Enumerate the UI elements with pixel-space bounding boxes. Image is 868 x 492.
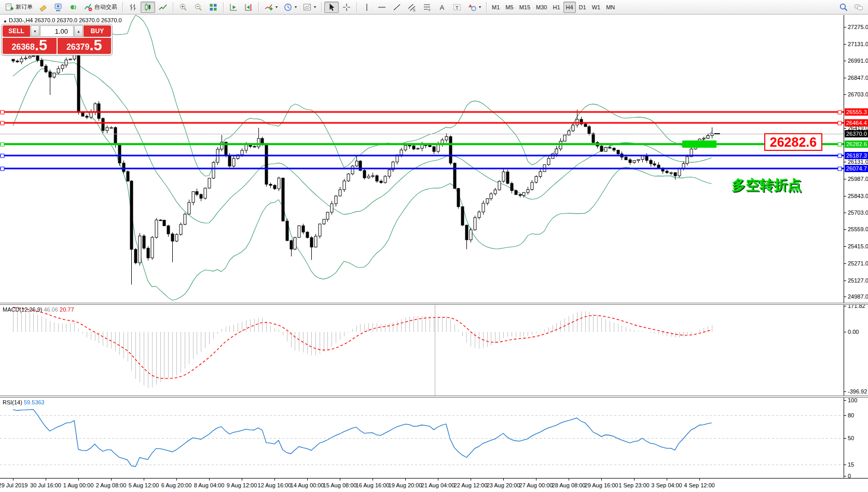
chat-button[interactable] <box>851 2 866 13</box>
time-axis-tick-mark <box>601 479 602 481</box>
pane-splitter[interactable] <box>0 396 868 398</box>
volume-decrease-button[interactable]: ▼ <box>31 25 39 37</box>
timeframe-mn-button[interactable]: MN <box>603 2 617 13</box>
timeframe-h4-button[interactable]: H4 <box>563 2 576 13</box>
time-axis-label: 1 Sep 23:00 <box>618 482 649 488</box>
timeframe-m30-button[interactable]: M30 <box>533 2 549 13</box>
volume-input[interactable] <box>40 25 74 37</box>
time-axis-label: 29 Jul 2019 <box>0 482 27 488</box>
price-axis-tick: 25703.0 <box>848 209 868 216</box>
line-chart-button[interactable] <box>156 2 170 13</box>
tile-windows-button[interactable] <box>206 2 221 13</box>
pane-splitter[interactable] <box>0 303 868 305</box>
crosshair-tool-button[interactable] <box>339 2 354 13</box>
macd-canvas[interactable] <box>0 305 844 396</box>
trendline-icon <box>392 3 402 12</box>
market-watch-icon <box>38 3 48 12</box>
time-axis-label: 29 Aug 16:00 <box>585 482 618 488</box>
horizontal-line-tool-button[interactable] <box>375 2 389 13</box>
fibonacci-tool-button[interactable]: F <box>420 2 434 13</box>
trendline-tool-button[interactable] <box>390 2 404 13</box>
horizontal-line-icon <box>377 3 387 12</box>
chart-shift-icon <box>244 3 253 12</box>
time-axis-label: 30 Jul 16:00 <box>30 482 61 488</box>
zoom-in-icon <box>178 3 188 12</box>
volume-increase-button[interactable]: ▲ <box>74 25 83 37</box>
price-axis-tick: 25843.0 <box>848 193 868 199</box>
market-watch-button[interactable] <box>36 2 50 13</box>
templates-button[interactable]: ▾ <box>300 2 319 13</box>
time-axis-label: 16 Aug 16:00 <box>356 482 390 488</box>
zoom-out-button[interactable] <box>191 2 205 13</box>
price-level-badge: 26282.6 <box>845 140 868 148</box>
crosshair-icon <box>342 3 351 12</box>
indicators-caret-icon: ▾ <box>275 5 278 9</box>
auto-trading-button[interactable]: 自动交易 <box>81 2 120 13</box>
metaeditor-button[interactable] <box>51 2 65 13</box>
time-axis-tick-mark <box>667 479 667 481</box>
price-axis-tick-mark <box>844 78 846 78</box>
timeframe-m1-button[interactable]: M1 <box>489 2 502 13</box>
timeframe-w1-button[interactable]: W1 <box>589 2 603 13</box>
sell-price[interactable]: 26368.5 <box>3 38 57 54</box>
price-axis-tick-mark <box>844 27 846 27</box>
vertical-line-tool-button[interactable] <box>360 2 374 13</box>
rsi-pane: RSI(14) 59.5363 <box>0 398 844 478</box>
candlestick-chart-button[interactable] <box>141 2 155 13</box>
price-axis-tick-mark <box>844 280 846 281</box>
time-axis-tick-mark <box>503 479 504 481</box>
auto-scroll-button[interactable] <box>226 2 241 13</box>
mt4-window: 新订单 自动交易 <box>0 0 868 492</box>
time-axis-tick-mark <box>569 479 569 481</box>
price-axis-tick: 25271.0 <box>848 260 868 266</box>
bar-chart-icon <box>128 3 137 12</box>
timeframe-m5-button[interactable]: M5 <box>503 2 516 13</box>
time-axis-tick-mark <box>340 479 340 481</box>
panel-toggle-icon[interactable]: ▲ <box>3 19 7 23</box>
rsi-axis-tick: 15 <box>848 461 854 468</box>
cursor-tool-button[interactable] <box>324 2 339 13</box>
buy-price[interactable]: 26379.5 <box>58 38 112 54</box>
rsi-label: RSI(14) 59.5363 <box>3 399 45 405</box>
buy-button[interactable]: BUY <box>84 25 111 37</box>
timeframe-m15-button[interactable]: M15 <box>517 2 533 13</box>
svg-text:T: T <box>456 5 459 10</box>
zoom-in-button[interactable] <box>176 2 190 13</box>
timeframe-d1-button[interactable]: D1 <box>576 2 589 13</box>
timeframe-h1-button[interactable]: H1 <box>550 2 562 13</box>
time-axis-label: 23 Aug 20:00 <box>487 482 520 488</box>
time-axis-tick-mark <box>536 479 536 481</box>
svg-text:F: F <box>429 8 431 11</box>
metaeditor-icon <box>53 3 63 12</box>
indicators-icon <box>264 3 273 12</box>
templates-icon <box>302 3 312 12</box>
rsi-axis-tick-mark <box>844 465 846 465</box>
shapes-tool-button[interactable]: ▾ <box>465 2 484 13</box>
channel-tool-button[interactable]: E <box>405 2 419 13</box>
price-axis-tick-mark <box>844 297 846 297</box>
chart-shift-button[interactable] <box>241 2 256 13</box>
current-price-badge: 26370.0 <box>845 130 868 137</box>
periods-clock-icon <box>283 3 293 12</box>
channel-icon: E <box>407 3 417 12</box>
rsi-canvas[interactable] <box>0 398 844 478</box>
price-axis-tick: 26847.0 <box>848 75 868 81</box>
price-axis-tick-mark <box>844 61 846 61</box>
bar-chart-button[interactable] <box>126 2 140 13</box>
time-axis-label: 28 Aug 08:00 <box>552 482 586 488</box>
indicators-button[interactable]: ▾ <box>261 2 280 13</box>
time-axis-tick-mark <box>13 479 13 481</box>
sell-button[interactable]: SELL <box>3 25 30 37</box>
price-axis-tick: 25127.0 <box>848 277 868 284</box>
new-order-button[interactable]: 新订单 <box>2 2 35 13</box>
periods-button[interactable]: ▾ <box>281 2 299 13</box>
price-chart-canvas[interactable] <box>0 15 844 303</box>
search-button[interactable] <box>836 2 851 13</box>
time-axis-tick-mark <box>209 479 210 481</box>
text-label-tool-button[interactable]: T <box>450 2 464 13</box>
new-order-icon <box>5 3 14 12</box>
text-tool-button[interactable]: A <box>435 2 449 13</box>
vertical-line-icon <box>362 3 371 12</box>
alerts-button[interactable] <box>66 2 80 13</box>
macd-title: MACD(12,26,9) <box>3 306 42 313</box>
